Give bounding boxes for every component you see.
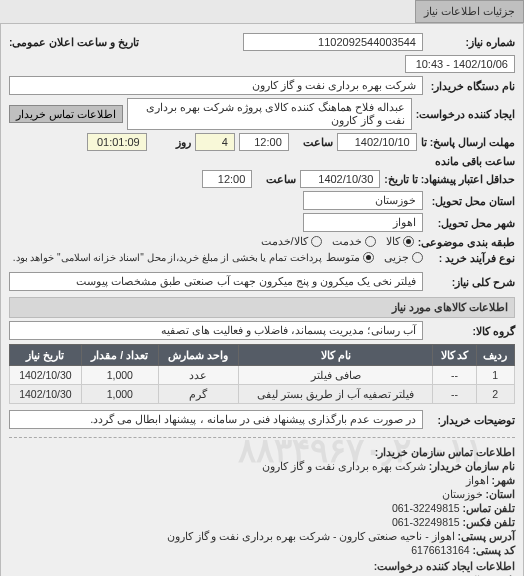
process-options: جزیی متوسط <box>326 251 423 264</box>
requester-label: ایجاد کننده درخواست: <box>416 108 515 120</box>
classification-label: طبقه بندی موضوعی: <box>418 236 515 248</box>
days-left: 4 <box>195 133 235 151</box>
city-label: شهر محل تحویل: <box>427 217 515 229</box>
time-label-1: ساعت <box>293 136 333 148</box>
province-label: استان محل تحویل: <box>427 195 515 207</box>
contact-header: اطلاعات تماس سازمان خریدار: <box>375 446 515 458</box>
contact-block: اطلاعات تماس سازمان خریدار: نام سازمان خ… <box>9 437 515 576</box>
radio-medium[interactable]: متوسط <box>326 251 374 264</box>
buyer-org-label: نام دستگاه خریدار: <box>427 80 515 92</box>
time-label-2: ساعت <box>256 173 296 185</box>
table-row: 1 -- صافی فیلتر عدد 1,000 1402/10/30 <box>10 366 515 385</box>
buyer-notes-label: توضیحات خریدار: <box>427 414 515 426</box>
days-label: روز <box>151 136 191 148</box>
radio-goods-service[interactable]: کالا/خدمت <box>261 235 322 248</box>
table-row: 2 -- فیلتر تصفیه آب از طریق بستر لیفی گر… <box>10 385 515 404</box>
group-value: آب رسانی؛ مدیریت پسماند، فاضلاب و فعالیت… <box>9 321 423 340</box>
process-label: نوع فرآیند خرید : <box>427 252 515 264</box>
deadline-label: مهلت ارسال پاسخ: تا <box>421 136 515 148</box>
announce-dt-label: تاریخ و ساعت اعلان عمومی: <box>9 36 139 48</box>
buyer-contact-button[interactable]: اطلاعات تماس خریدار <box>9 105 123 123</box>
col-date: تاریخ نیاز <box>10 345 82 366</box>
radio-minor[interactable]: جزیی <box>384 251 423 264</box>
process-note: پرداخت تمام یا بخشی از مبلغ خرید،از محل … <box>13 252 322 263</box>
creator-header: اطلاعات ایجاد کننده درخواست: <box>374 560 515 572</box>
deadline-time: 12:00 <box>239 133 289 151</box>
col-name: نام کالا <box>239 345 433 366</box>
col-row: ردیف <box>476 345 515 366</box>
main-panel: شماره نیاز: 1102092544003544 تاریخ و ساع… <box>0 23 524 576</box>
need-no-label: شماره نیاز: <box>427 36 515 48</box>
deadline-date: 1402/10/10 <box>337 133 417 151</box>
requester-value: عبداله فلاح هماهنگ کننده کالای پروژه شرک… <box>127 98 412 130</box>
validity-date: 1402/10/30 <box>300 170 380 188</box>
remaining-time: 01:01:09 <box>87 133 147 151</box>
goods-section-header: اطلاعات کالاهای مورد نیاز <box>9 297 515 318</box>
items-table: ردیف کد کالا نام کالا واحد شمارش تعداد /… <box>9 344 515 404</box>
announce-dt-value: 1402/10/06 - 10:43 <box>405 55 515 73</box>
col-qty: تعداد / مقدار <box>81 345 158 366</box>
classification-options: کالا خدمت کالا/خدمت <box>261 235 414 248</box>
radio-goods[interactable]: کالا <box>386 235 414 248</box>
col-code: کد کالا <box>433 345 476 366</box>
buyer-org-value: شرکت بهره برداری نفت و گاز کارون <box>9 76 423 95</box>
need-desc-value: فیلتر نخی یک میکرون و پنج میکرون جهت آب … <box>9 272 423 291</box>
province-value: خوزستان <box>303 191 423 210</box>
tab-title: جزئیات اطلاعات نیاز <box>415 0 524 23</box>
buyer-notes-value: در صورت عدم بارگذاری پیشنهاد فنی در ساما… <box>9 410 423 429</box>
radio-service[interactable]: خدمت <box>332 235 376 248</box>
need-desc-label: شرح کلی نیاز: <box>427 276 515 288</box>
need-no-value: 1102092544003544 <box>243 33 423 51</box>
col-unit: واحد شمارش <box>158 345 238 366</box>
remaining-label: ساعت باقی مانده <box>435 155 515 167</box>
city-value: اهواز <box>303 213 423 232</box>
group-label: گروه کالا: <box>427 325 515 337</box>
validity-label: حداقل اعتبار پیشنهاد: تا تاریخ: <box>384 173 515 185</box>
validity-time: 12:00 <box>202 170 252 188</box>
